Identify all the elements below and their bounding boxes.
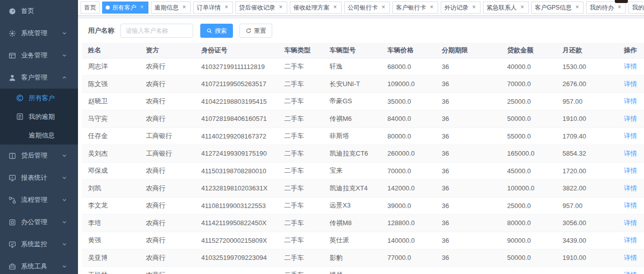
sidebar-item-系统监控[interactable]: 系统监控 [0,233,78,255]
sidebar-item-所有客户[interactable]: 所有客户 [0,89,78,107]
table-cell: 41232819810203631X [201,180,284,197]
detail-link[interactable]: 详情 [624,236,637,244]
table-row: 吴刘杰工商银行412724199309175190二手车凯迪拉克CT626000… [82,145,644,163]
tab-所有客户[interactable]: 所有客户× [102,2,148,14]
table-cell: 5854.32 [562,145,613,163]
table-cell: 957.00 [562,197,613,215]
close-icon[interactable]: × [519,5,525,11]
detail-link[interactable]: 详情 [624,115,637,122]
tab-公司银行卡[interactable]: 公司银行卡× [344,2,390,14]
customer-table: 姓名资方身份证号车辆类型车辆型号车辆价格分期期限贷款金额月还款操作 周志洋农商行… [82,43,644,274]
close-icon[interactable]: × [471,5,477,11]
sidebar-item-流程管理[interactable]: 流程管理 [0,189,78,211]
table-cell: 77000.0 [387,249,442,267]
sidebar-item-逾期信息[interactable]: 逾期信息 [0,126,78,145]
close-icon[interactable]: × [332,5,338,11]
sidebar-item-报表统计[interactable]: 报表统计 [0,167,78,189]
close-icon[interactable]: × [139,5,145,11]
tab-逾期信息[interactable]: 逾期信息× [151,2,191,14]
sidebar-item-业务管理[interactable]: 业务管理 [0,44,78,66]
table-cell: 84000.0 [387,110,442,128]
customer-name-input[interactable] [120,24,193,38]
table-cell: 帝豪GS [330,93,387,110]
close-icon[interactable]: × [278,5,284,11]
table-cell: 博越 [330,266,387,274]
detail-link[interactable]: 详情 [624,201,637,209]
tab-贷后催收记录[interactable]: 贷后催收记录× [235,2,287,14]
table-cell: 二手车 [284,180,330,197]
sidebar-item-客户管理[interactable]: 客户管理 [0,66,78,89]
tab-催收处理方案[interactable]: 催收处理方案× [290,2,342,14]
tab-紧急联系人[interactable]: 紧急联系人× [483,2,529,14]
detail-link[interactable]: 详情 [624,132,637,140]
close-icon[interactable]: × [574,5,580,11]
sidebar-item-系统工具[interactable]: 系统工具 [0,255,78,274]
table-cell: 957.00 [562,93,613,110]
sidebar-item-label: 系统监控 [21,240,62,249]
column-header-资方: 资方 [146,43,201,58]
sidebar-item-系统管理[interactable]: 系统管理 [0,22,78,44]
detail-link[interactable]: 详情 [624,62,637,70]
close-icon[interactable]: × [616,5,622,11]
book-icon [9,152,16,160]
sidebar-item-我的逾期[interactable]: 我的逾期 [0,107,78,126]
close-icon[interactable]: × [181,5,187,11]
table-cell: 36 [442,127,507,145]
table-cell [387,266,442,274]
tab-label: 贷后催收记录 [239,5,275,11]
tab-订单详情[interactable]: 订单详情× [193,2,233,14]
close-icon[interactable]: × [380,5,386,11]
detail-link[interactable]: 详情 [624,97,637,105]
document-icon [16,113,24,120]
table-cell-action: 详情 [613,127,644,145]
table-cell: 39000.0 [387,197,442,215]
detail-link[interactable]: 详情 [624,271,637,274]
detail-link[interactable]: 详情 [624,219,637,227]
sidebar-item-label: 业务管理 [21,51,62,60]
tab-外访记录[interactable]: 外访记录× [441,2,480,14]
table-cell [507,266,562,274]
table-cell: 轩逸 [330,58,387,76]
column-header-操作: 操作 [613,43,644,58]
table-cell: 55000.0 [507,127,562,145]
detail-link[interactable]: 详情 [624,80,637,88]
tab-客户GPS信息[interactable]: 客户GPS信息× [531,2,584,14]
table-row: 吴亚博农商行410325199709223094二手车影豹77000.03650… [82,249,644,267]
detail-link[interactable]: 详情 [624,184,637,192]
sidebar-item-办公管理[interactable]: 办公管理 [0,211,78,233]
table-cell: 1530.00 [562,58,613,76]
table-cell: 李培 [82,215,146,232]
table-cell: 1910.00 [562,249,613,267]
table-cell: 140000.0 [387,232,442,249]
close-icon[interactable]: × [429,5,435,11]
reset-button[interactable]: 重置 [239,24,272,38]
chevron-down-icon [62,242,67,247]
gear-icon [9,30,16,37]
table-row: 周志洋农商行410327199111112819二手车轩逸68000.03640… [82,58,644,76]
table-cell: 黄强 [82,232,146,249]
detail-link[interactable]: 详情 [624,254,637,261]
sidebar-item-label: 流程管理 [21,195,62,204]
sidebar-item-label: 报表统计 [21,173,62,182]
tab-我的待办[interactable]: 我的待办× [586,2,626,14]
table-cell: 260000.0 [387,145,442,163]
sidebar-item-贷后管理[interactable]: 贷后管理 [0,145,78,167]
sidebar-item-首页[interactable]: 首页 [0,0,78,22]
detail-link[interactable]: 详情 [624,167,637,174]
avatar[interactable] [615,0,628,3]
detail-link[interactable]: 详情 [624,150,637,157]
table-cell: 陈文强 [82,76,146,93]
tab-label: 我的待办 [590,5,614,11]
search-button[interactable]: 搜索 [200,24,233,38]
tab-客户银行卡[interactable]: 客户银行卡× [392,2,438,14]
tab-首页[interactable]: 首页 [80,2,100,14]
table-cell: 36 [442,110,507,128]
tab-label: 紧急联系人 [487,5,517,11]
close-icon[interactable]: × [223,5,229,11]
tab-我的流程[interactable]: 我的流程× [628,2,644,14]
table-cell: 1720.00 [562,162,613,180]
table-cell [562,266,613,274]
table-cell: 吴刘杰 [82,145,146,163]
tab-label: 客户GPS信息 [535,5,572,11]
table-cell: 410721199505263517 [201,76,284,93]
